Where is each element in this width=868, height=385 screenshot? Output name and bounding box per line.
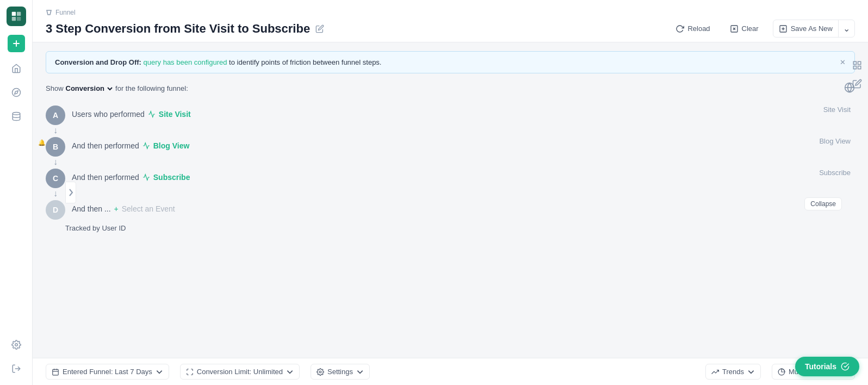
breadcrumb-text: Funnel (55, 9, 76, 16)
info-banner: Conversion and Drop Off: query has been … (46, 51, 855, 73)
svg-point-7 (15, 344, 17, 346)
svg-point-22 (319, 371, 321, 373)
footer-bar: Entered Funnel: Last 7 Days Conversion L… (33, 358, 868, 385)
conversion-dropdown[interactable]: Conversion (66, 84, 114, 92)
step-row-a: A ↓ Users who performed Site Visit Site … (46, 99, 855, 135)
svg-rect-25 (858, 61, 861, 64)
sidebar-logout-icon[interactable] (7, 359, 26, 378)
step-arrow-b: ↓ (53, 158, 58, 166)
sidebar-settings-icon[interactable] (7, 335, 26, 355)
svg-rect-1 (16, 12, 20, 16)
right-edge-panel (846, 54, 868, 95)
step-b-right-label: Blog View (819, 137, 851, 145)
select-event-placeholder[interactable]: + Select an Event (114, 204, 175, 213)
tracked-by-row: Tracked by User ID (65, 224, 855, 232)
save-as-new-button[interactable]: Save As New (773, 21, 838, 36)
svg-point-6 (13, 113, 20, 115)
svg-rect-3 (16, 17, 20, 21)
svg-rect-2 (11, 17, 15, 21)
step-a-event[interactable]: Site Visit (159, 110, 191, 119)
content-area: Conversion and Drop Off: query has been … (33, 42, 868, 358)
step-c-right-label: Subscribe (819, 169, 851, 177)
clear-button[interactable]: Clear (724, 21, 764, 36)
svg-point-4 (12, 89, 20, 97)
sidebar-database-icon[interactable] (7, 107, 26, 126)
step-badge-c: C (46, 169, 65, 188)
svg-rect-26 (858, 66, 861, 69)
page-title: 3 Step Conversion from Site Visit to Sub… (46, 22, 324, 36)
step-c-event[interactable]: Subscribe (153, 173, 190, 182)
collapse-button[interactable]: Collapse (804, 197, 842, 210)
steps-container: A ↓ Users who performed Site Visit Site … (46, 99, 855, 220)
step-row-d: D And then ... + Select an Event (46, 198, 855, 220)
svg-rect-24 (853, 61, 856, 64)
sidebar-compass-icon[interactable] (7, 83, 26, 102)
step-badge-d: D (46, 200, 65, 220)
sidebar-home-icon[interactable] (7, 59, 26, 78)
breadcrumb: Funnel (46, 9, 855, 16)
tutorials-button[interactable]: Tutorials (795, 357, 859, 376)
bell-icon: 🔔 (38, 139, 46, 146)
step-badge-b: B (46, 137, 65, 157)
expand-panel-button[interactable] (65, 182, 76, 203)
step-d-text: And then ... + Select an Event (72, 200, 855, 213)
svg-rect-27 (853, 66, 856, 69)
header-actions: Reload Clear (670, 20, 855, 38)
add-button[interactable] (8, 35, 25, 52)
edit-title-icon[interactable] (315, 24, 324, 33)
conversion-limit-button[interactable]: Conversion Limit: Unlimited (180, 364, 300, 380)
entered-funnel-button[interactable]: Entered Funnel: Last 7 Days (46, 364, 169, 380)
header-row: 3 Step Conversion from Site Visit to Sub… (46, 20, 855, 38)
step-row-c: C ↓ And then performed Subscribe Subscri… (46, 166, 855, 198)
step-a-right-label: Site Visit (823, 105, 851, 114)
banner-text: Conversion and Drop Off: query has been … (55, 58, 381, 66)
banner-close-icon[interactable]: ✕ (840, 58, 846, 66)
trends-button[interactable]: Trends (705, 364, 761, 380)
step-c-text: And then performed Subscribe (72, 169, 813, 182)
step-b-text: And then performed Blog View (72, 137, 813, 150)
step-arrow-a: ↓ (53, 126, 58, 135)
settings-button[interactable]: Settings (311, 364, 370, 380)
step-b-event[interactable]: Blog View (153, 141, 190, 150)
svg-rect-18 (53, 369, 59, 375)
main-content: Funnel 3 Step Conversion from Site Visit… (33, 0, 868, 385)
right-edit-icon[interactable] (848, 75, 866, 92)
sidebar (0, 0, 33, 385)
footer-left: Entered Funnel: Last 7 Days Conversion L… (46, 364, 370, 380)
step-row-b: 🔔 B ↓ And then performed Blog View Blog … (46, 135, 855, 166)
svg-marker-9 (47, 10, 51, 15)
save-as-new-group: Save As New ⌄ (773, 20, 855, 38)
reload-button[interactable]: Reload (670, 21, 715, 36)
svg-rect-0 (11, 12, 15, 16)
svg-marker-5 (14, 91, 17, 94)
step-a-text: Users who performed Site Visit (72, 105, 817, 119)
step-arrow-c: ↓ (53, 189, 58, 198)
right-grid-icon[interactable] (848, 57, 866, 74)
save-as-new-caret[interactable]: ⌄ (838, 20, 854, 37)
app-logo (7, 7, 26, 26)
banner-link[interactable]: query has been configured (144, 58, 227, 66)
show-conversion-row: Show Conversion for the following funnel… (46, 82, 855, 95)
step-badge-a: A (46, 105, 65, 125)
header: Funnel 3 Step Conversion from Site Visit… (33, 0, 868, 42)
